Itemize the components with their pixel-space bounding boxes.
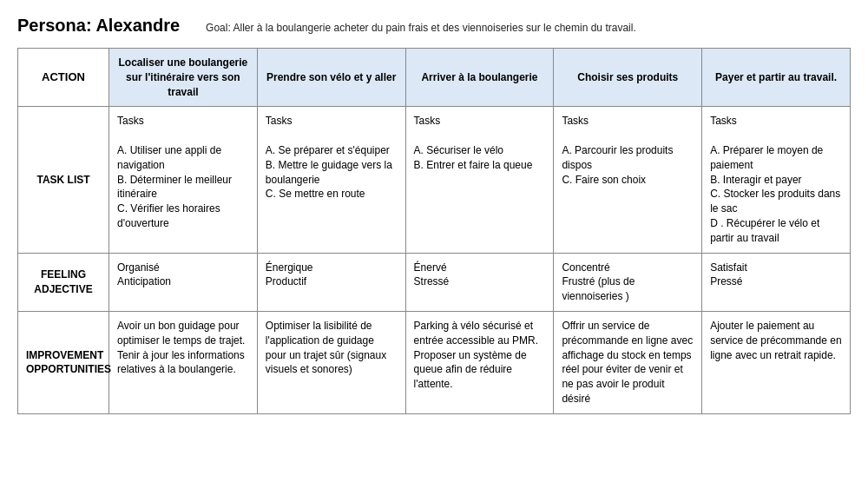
feeling-col-4: Concentré Frustré (plus de viennoiseries… [554, 253, 702, 311]
feeling-row-label: FEELING ADJECTIVE [18, 253, 109, 311]
feeling-row: FEELING ADJECTIVE Organisé Anticipation … [18, 253, 851, 311]
task-col-1: Tasks A. Utiliser une appli de navigatio… [109, 107, 258, 253]
action-col-4: Choisir ses produits [554, 49, 702, 107]
task-col-2: Tasks A. Se préparer et s'équiper B. Met… [257, 107, 405, 253]
tasklist-row: TASK LIST Tasks A. Utiliser une appli de… [18, 107, 851, 253]
task-col-5: Tasks A. Préparer le moyen de paiement B… [702, 107, 851, 253]
journey-map-table: ACTION Localiser une boulangerie sur l'i… [17, 48, 851, 414]
feeling-col-1: Organisé Anticipation [109, 253, 258, 311]
action-col-1: Localiser une boulangerie sur l'itinérai… [109, 49, 258, 107]
improvement-col-2: Optimiser la lisibilité de l'application… [257, 311, 405, 413]
task-col-4: Tasks A. Parcourir les produits dispos C… [554, 107, 702, 253]
tasklist-row-label: TASK LIST [18, 107, 109, 253]
improvement-row: IMPROVEMENT OPPORTUNITIES Avoir un bon g… [18, 311, 851, 413]
improvement-col-1: Avoir un bon guidage pour optimiser le t… [109, 311, 258, 413]
action-col-2: Prendre son vélo et y aller [257, 49, 405, 107]
goal-text: Goal: Aller à la boulangerie acheter du … [206, 22, 636, 34]
improvement-col-5: Ajouter le paiement au service de précom… [702, 311, 851, 413]
feeling-col-5: Satisfait Pressé [702, 253, 851, 311]
improvement-col-3: Parking à vélo sécurisé et entrée access… [405, 311, 554, 413]
feeling-col-2: Énergique Productif [257, 253, 405, 311]
improvement-col-4: Offrir un service de précommande en lign… [554, 311, 702, 413]
persona-title: Persona: Alexandre [17, 16, 180, 36]
action-row-label: ACTION [18, 49, 109, 107]
task-col-3: Tasks A. Sécuriser le vélo B. Entrer et … [405, 107, 554, 253]
action-col-5: Payer et partir au travail. [702, 49, 851, 107]
improvement-row-label: IMPROVEMENT OPPORTUNITIES [18, 311, 109, 413]
feeling-col-3: Énervé Stressé [405, 253, 554, 311]
action-col-3: Arriver à la boulangerie [405, 49, 554, 107]
page-header: Persona: Alexandre Goal: Aller à la boul… [17, 16, 851, 36]
action-row: ACTION Localiser une boulangerie sur l'i… [18, 49, 851, 107]
